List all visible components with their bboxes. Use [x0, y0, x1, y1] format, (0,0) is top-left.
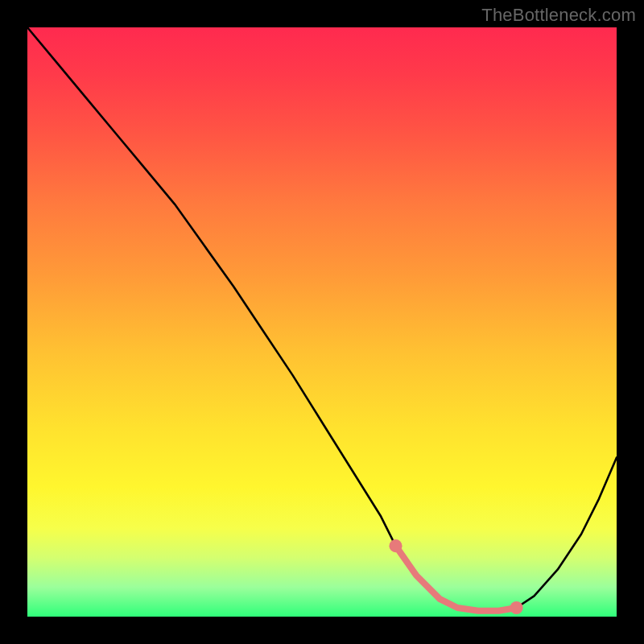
bottleneck-curve: [27, 27, 617, 611]
attribution-text: TheBottleneck.com: [481, 5, 636, 26]
flat-region-start-dot: [389, 539, 402, 552]
chart-overlay: [27, 27, 617, 617]
chart-frame: TheBottleneck.com: [0, 0, 644, 644]
flat-region-highlight: [396, 546, 517, 611]
flat-region-end-dot: [510, 601, 523, 614]
